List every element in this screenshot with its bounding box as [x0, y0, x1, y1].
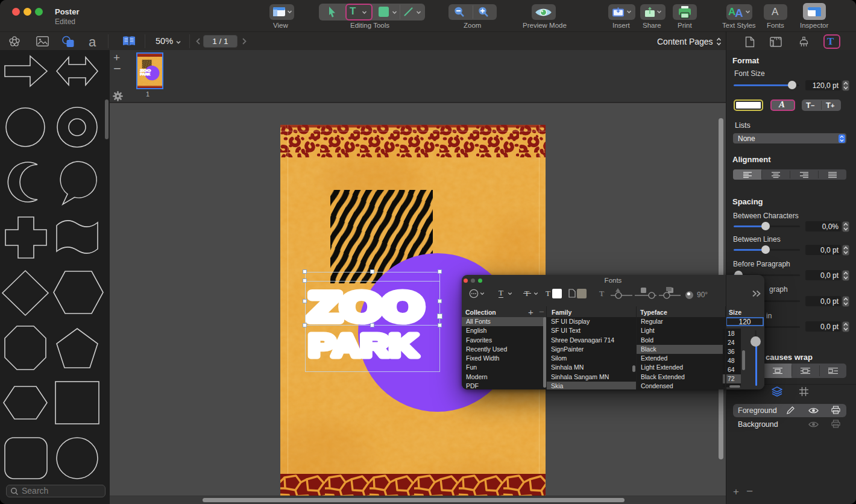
svg-text:PARK: PARK — [140, 73, 151, 76]
svg-text:ZOO: ZOO — [140, 68, 151, 72]
